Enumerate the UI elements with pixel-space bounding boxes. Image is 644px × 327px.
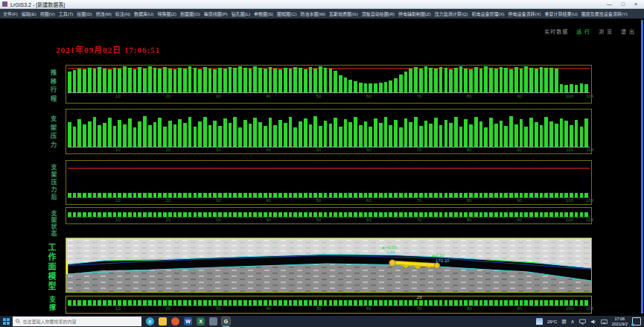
- bar: [158, 118, 162, 147]
- chart-panel-stroke: 102030405060708090100104: [66, 65, 592, 104]
- bar: [584, 84, 588, 92]
- menu-item[interactable]: 顶板自动绘图(R): [362, 10, 395, 17]
- taskbar-app-browser[interactable]: [171, 317, 179, 326]
- bar: [444, 300, 448, 305]
- minimize-button[interactable]: —: [607, 1, 612, 8]
- view-mode-button[interactable]: 浏 览: [599, 28, 613, 35]
- menu-item[interactable]: 标注(N): [115, 10, 130, 17]
- start-button[interactable]: [0, 316, 13, 327]
- menu-item[interactable]: 数据库(U): [134, 10, 153, 17]
- menu-item[interactable]: 图幅图(C): [277, 10, 296, 17]
- weather-icon[interactable]: [536, 318, 543, 325]
- bar: [273, 69, 277, 92]
- bar: [93, 300, 97, 305]
- x-tick-label: 50: [316, 147, 322, 152]
- bar: [98, 125, 101, 147]
- bar-series-pressure-rear: [68, 162, 590, 197]
- x-tick-label: 80: [467, 198, 472, 203]
- bar: [575, 85, 578, 92]
- bar: [339, 300, 342, 305]
- x-tick-label: 60: [366, 306, 372, 311]
- bar: [153, 68, 157, 92]
- bar: [163, 127, 167, 147]
- taskbar-app-lgis[interactable]: G: [222, 317, 230, 326]
- x-tick-label: 100: [566, 94, 573, 98]
- bar: [560, 118, 564, 147]
- menu-item[interactable]: 等值线图(P): [204, 10, 228, 17]
- tray-expand-icon[interactable]: ∧: [570, 319, 574, 325]
- bar: [584, 300, 588, 305]
- bar: [364, 83, 368, 92]
- bar: [379, 123, 383, 147]
- menu-item[interactable]: 文件(F): [3, 10, 18, 17]
- bar: [424, 121, 428, 147]
- bar: [555, 69, 558, 92]
- menu-item[interactable]: 压力监测计算(Q): [435, 10, 468, 17]
- view-mode-button[interactable]: 退 出: [621, 28, 635, 35]
- menu-item[interactable]: 图层及属性设备流转(Y): [581, 10, 628, 17]
- menu-item[interactable]: 重复计算结果(U): [544, 10, 577, 17]
- bar: [384, 82, 388, 92]
- bar: [575, 300, 578, 305]
- menu-item[interactable]: 特殊图(Z): [157, 10, 176, 17]
- model-annotation: 170.10: [436, 258, 450, 263]
- bar: [524, 66, 528, 92]
- taskbar-clock[interactable]: 17:06 2021/9/2: [612, 317, 628, 326]
- x-tick-label: 70: [416, 147, 421, 152]
- x-tick-label: 104: [586, 147, 593, 152]
- menu-item[interactable]: 视图(V): [40, 10, 55, 17]
- bar: [439, 300, 443, 305]
- menu-item[interactable]: 供电辅助制图(Z): [398, 10, 431, 17]
- bar: [203, 117, 207, 147]
- close-button[interactable]: ×: [634, 1, 637, 8]
- bar: [489, 118, 493, 147]
- bar: [103, 123, 106, 147]
- menu-item[interactable]: 工具(T): [59, 10, 74, 17]
- view-mode-button[interactable]: 运 行: [576, 28, 590, 35]
- bar: [133, 69, 137, 92]
- menu-item[interactable]: 机电设备管理(X): [471, 10, 504, 17]
- taskbar-app-file-explorer[interactable]: [159, 317, 167, 326]
- maximize-button[interactable]: □: [622, 1, 625, 8]
- bar: [464, 119, 468, 147]
- bar: [289, 69, 293, 92]
- taskbar-app-edge[interactable]: e: [146, 317, 154, 326]
- display-icon[interactable]: [579, 319, 586, 325]
- menu-item[interactable]: 修改(M): [96, 10, 112, 17]
- panel-label-stroke: 推移行程: [47, 69, 57, 104]
- x-tick-label: 10: [115, 198, 121, 203]
- bar: [289, 117, 293, 147]
- tray-temperature[interactable]: 29°C: [547, 320, 557, 324]
- x-tick-label: 90: [517, 147, 522, 152]
- panel-label-pressure: 支架压力: [47, 114, 57, 151]
- speaker-icon[interactable]: [590, 319, 596, 325]
- bar: [284, 300, 287, 305]
- bar: [98, 67, 101, 92]
- menu-item[interactable]: 编辑(E): [22, 10, 36, 17]
- taskbar-app-excel[interactable]: X: [197, 317, 205, 326]
- search-input[interactable]: [23, 320, 138, 324]
- bar: [249, 300, 252, 305]
- menu-item[interactable]: 绘图(D): [77, 10, 92, 17]
- menu-item[interactable]: 瓦斯地质图(G): [329, 10, 358, 17]
- ime-keyboard-icon[interactable]: [601, 319, 608, 325]
- bar: [138, 67, 141, 92]
- menu-item[interactable]: 钻孔图(L): [232, 10, 250, 17]
- taskbar-search[interactable]: [13, 317, 141, 326]
- bar: [233, 117, 237, 147]
- bar: [504, 300, 508, 305]
- taskbar-app-app-gray[interactable]: [209, 317, 217, 326]
- x-tick-label: 70: [416, 218, 421, 222]
- menu-item[interactable]: 防治水图(W): [300, 10, 325, 17]
- x-tick-label: 50: [316, 94, 322, 98]
- menu-item[interactable]: 剖面图(O): [180, 10, 200, 17]
- tray-weather-condition[interactable]: 阴: [561, 318, 566, 325]
- taskbar-app-word[interactable]: W: [184, 317, 192, 326]
- menu-item[interactable]: 参数图(S): [254, 10, 273, 17]
- notification-center-icon[interactable]: [632, 317, 641, 326]
- bar: [520, 69, 523, 92]
- bar: [138, 300, 141, 305]
- x-tick-label: 40: [266, 147, 271, 152]
- view-mode-button[interactable]: 实时数据: [544, 28, 568, 35]
- menu-item[interactable]: 供电设备流转(X): [508, 10, 541, 17]
